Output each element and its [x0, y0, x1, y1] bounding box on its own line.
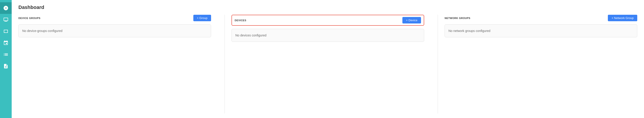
devices-section: DEVICES + Device No devices configured — [232, 15, 431, 42]
network-groups-header: NETWORK GROUPS + Network Group — [444, 15, 637, 21]
network-groups-empty: No network groups configured — [444, 24, 637, 37]
device-groups-section: DEVICE GROUPS + Group No device-groups c… — [18, 15, 218, 37]
devices-empty: No devices configured — [232, 29, 424, 42]
sidebar-item-document[interactable] — [0, 60, 12, 72]
device-groups-title: DEVICE GROUPS — [18, 17, 40, 19]
divider-1 — [224, 15, 225, 114]
sidebar-item-network[interactable] — [0, 37, 12, 49]
sidebar-item-frame[interactable] — [0, 25, 12, 37]
add-group-button[interactable]: + Group — [193, 15, 211, 21]
sidebar-item-list[interactable] — [0, 49, 12, 60]
main-content: Dashboard DEVICE GROUPS + Group No devic… — [12, 0, 644, 118]
device-groups-header: DEVICE GROUPS + Group — [18, 15, 211, 21]
devices-header-highlighted: DEVICES + Device — [232, 15, 424, 26]
devices-title: DEVICES — [235, 19, 246, 22]
page-title: Dashboard — [18, 4, 637, 10]
add-network-group-button[interactable]: + Network Group — [608, 15, 637, 21]
device-groups-empty: No device-groups configured — [18, 24, 211, 37]
network-groups-title: NETWORK GROUPS — [444, 17, 470, 19]
sidebar-item-monitor[interactable] — [0, 14, 12, 25]
sections-row: DEVICE GROUPS + Group No device-groups c… — [18, 15, 637, 114]
network-groups-section: NETWORK GROUPS + Network Group No networ… — [444, 15, 637, 37]
sidebar — [0, 0, 12, 118]
sidebar-item-logo[interactable] — [0, 2, 12, 14]
add-device-button[interactable]: + Device — [402, 17, 421, 23]
